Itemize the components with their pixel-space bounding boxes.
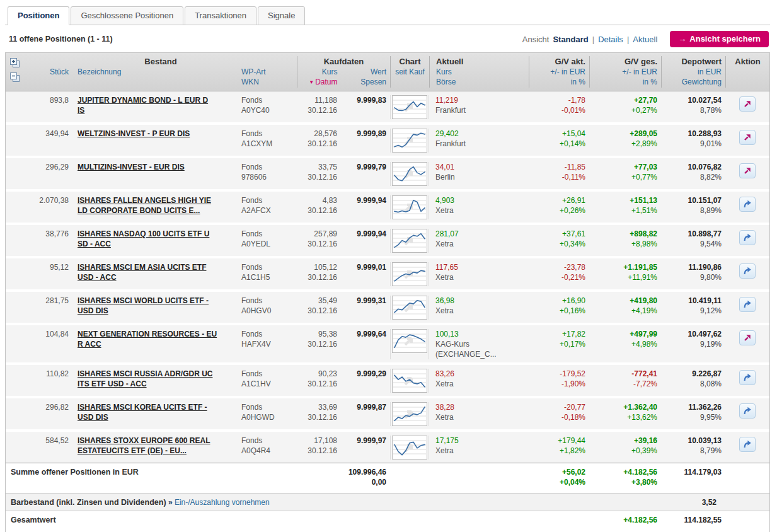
current-price: 4,903 — [435, 195, 529, 205]
gv-akt-pct: +0,34% — [529, 239, 585, 249]
instrument-name-link[interactable]: JUPITER DYNAMIC BOND - L EUR D IS — [78, 95, 208, 115]
wkn: HAFX4V — [241, 339, 297, 349]
wkn: A1C1HV — [241, 379, 297, 389]
action-button[interactable] — [739, 370, 756, 385]
buy-price: 33,75 — [297, 162, 337, 172]
sparkline-chart[interactable] — [392, 296, 427, 320]
save-view-button[interactable]: →Ansicht speichern — [670, 31, 769, 47]
instrument-name-link[interactable]: ISHARES MSCI EM ASIA UCITS ETF USD - ACC — [78, 262, 206, 282]
instrument-name-link[interactable]: NEXT GENERATION RESOURCES - EU R ACC — [78, 329, 217, 349]
header-kaufdaten: Kaufdaten — [297, 56, 390, 67]
header-stueck: Stück — [25, 67, 72, 87]
buy-price: 95,38 — [297, 329, 337, 339]
instrument-name-link[interactable]: ISHARES MSCI WORLD UCITS ETF - USD DIS — [78, 296, 209, 316]
gv-ges-pct: +11,91% — [589, 272, 657, 282]
tab-transaktionen[interactable]: Transaktionen — [185, 6, 256, 25]
action-button[interactable] — [739, 230, 756, 245]
ansicht-label: Ansicht — [522, 35, 550, 44]
action-button[interactable] — [739, 130, 756, 145]
up-right-arrow-icon — [742, 166, 752, 176]
view-standard[interactable]: Standard — [553, 35, 588, 44]
action-button[interactable] — [739, 163, 756, 178]
collapse-all-icon[interactable] — [9, 72, 21, 83]
sparkline-chart[interactable] — [392, 195, 427, 219]
wp-art: Fonds — [241, 129, 297, 139]
curved-arrow-icon — [742, 299, 752, 309]
position-row: 296,29 MULTIZINS-INVEST - EUR DIS Fonds … — [6, 158, 769, 189]
instrument-name-link[interactable]: ISHARES MSCI KOREA UCITS ETF - USD DIS — [78, 402, 207, 422]
header-kurs: Kurs — [297, 67, 338, 77]
shares-count: 104,84 — [25, 329, 72, 359]
wp-art: Fonds — [241, 436, 297, 446]
sparkline-chart[interactable] — [392, 329, 427, 353]
sparkline-chart[interactable] — [392, 369, 427, 393]
action-button[interactable] — [739, 197, 756, 212]
portfolio-page: Positionen Geschlossene Positionen Trans… — [0, 0, 777, 532]
wkn: A2AFCX — [241, 205, 297, 216]
instrument-name-link[interactable]: ISHARES MSCI RUSSIA ADR/GDR UC ITS ETF U… — [78, 369, 212, 389]
gv-akt-value: +26,91 — [529, 195, 585, 205]
gv-akt-pct: -0,11% — [529, 172, 585, 182]
view-switcher: Ansicht Standard | Details | Aktuell →An… — [522, 31, 769, 47]
instrument-name-link[interactable]: ISHARES FALLEN ANGELS HIGH YIE LD CORPOR… — [78, 195, 211, 216]
current-price: 38,28 — [435, 402, 529, 412]
buy-date: 30.12.16 — [297, 105, 337, 115]
position-row: 38,776 ISHARES NASDAQ 100 UCITS ETF U SD… — [6, 225, 769, 256]
instrument-name-link[interactable]: WELTZINS-INVEST - P EUR DIS — [78, 129, 190, 139]
sparkline-chart[interactable] — [392, 229, 427, 253]
view-details[interactable]: Details — [598, 35, 623, 44]
buy-date: 30.12.16 — [297, 379, 337, 389]
exchange-name: Frankfurt — [435, 139, 529, 149]
exchange-name: Xetra — [435, 379, 529, 389]
header-depotwert-group: Depotwert in EUR Gewichtung — [661, 56, 725, 88]
tab-signale[interactable]: Signale — [258, 6, 305, 25]
sparkline-chart[interactable] — [392, 162, 427, 186]
header-wp-art: WP-Art — [241, 67, 297, 77]
action-button[interactable] — [739, 403, 756, 419]
summary-label: Summe offener Positionen in EUR — [6, 467, 297, 490]
tab-positionen[interactable]: Positionen — [8, 6, 69, 25]
buy-value: 9.999,64 — [341, 329, 386, 339]
position-row: 104,84 NEXT GENERATION RESOURCES - EU R … — [6, 325, 769, 362]
header-gewichtung: Gewichtung — [662, 77, 722, 87]
action-button[interactable] — [739, 96, 756, 112]
position-weight: 9,54% — [661, 239, 722, 249]
exchange-name: Xetra — [435, 446, 529, 456]
position-value: 11.190,86 — [661, 262, 722, 272]
sparkline-chart[interactable] — [392, 402, 427, 426]
position-weight: 8,78% — [661, 105, 722, 115]
action-button[interactable] — [739, 263, 756, 279]
current-price: 36,98 — [435, 296, 529, 306]
sparkline-chart[interactable] — [392, 129, 427, 153]
sparkline-chart[interactable] — [392, 95, 427, 119]
deposit-withdraw-link[interactable]: Ein-/Auszahlung vornehmen — [175, 498, 270, 507]
tab-geschlossene-positionen[interactable]: Geschlossene Positionen — [71, 6, 183, 25]
sparkline-chart[interactable] — [392, 262, 427, 286]
header-gv-ges-group: G/V ges. +/- in EUR in % — [589, 56, 661, 88]
expand-all-icon[interactable] — [9, 57, 21, 69]
wp-art: Fonds — [241, 402, 297, 412]
position-weight: 9,95% — [661, 412, 722, 422]
header-datum-sort[interactable]: ▼Datum — [297, 77, 338, 88]
view-aktuell[interactable]: Aktuell — [633, 35, 657, 44]
action-button[interactable] — [739, 437, 756, 452]
buy-price: 35,49 — [297, 296, 337, 306]
position-weight: 9,80% — [661, 272, 722, 282]
gv-akt-value: -11,85 — [529, 162, 585, 172]
up-right-arrow-icon — [742, 132, 752, 142]
sparkline-chart[interactable] — [392, 436, 427, 460]
gv-ges-value: +39,16 — [589, 436, 657, 446]
action-button[interactable] — [739, 330, 756, 345]
gv-ges-pct: +1,51% — [589, 205, 657, 216]
instrument-name-link[interactable]: MULTIZINS-INVEST - EUR DIS — [78, 162, 185, 172]
buy-price: 11,188 — [297, 95, 337, 105]
instrument-name-link[interactable]: ISHARES NASDAQ 100 UCITS ETF U SD - ACC — [78, 229, 209, 249]
summary-gv-akt-value: +56,02 — [529, 467, 585, 477]
action-button[interactable] — [739, 297, 756, 312]
instrument-name-link[interactable]: ISHARES STOXX EUROPE 600 REAL ESTATEUCIT… — [78, 436, 210, 456]
positions-table: Bestand Stück Bezeichnung WP-Art WKN Kau… — [5, 52, 770, 532]
curved-arrow-icon — [742, 373, 752, 383]
position-value: 10.151,07 — [661, 195, 722, 205]
summary-gv-ges-pct: +3,80% — [589, 477, 657, 487]
buy-price: 90,23 — [297, 369, 337, 379]
